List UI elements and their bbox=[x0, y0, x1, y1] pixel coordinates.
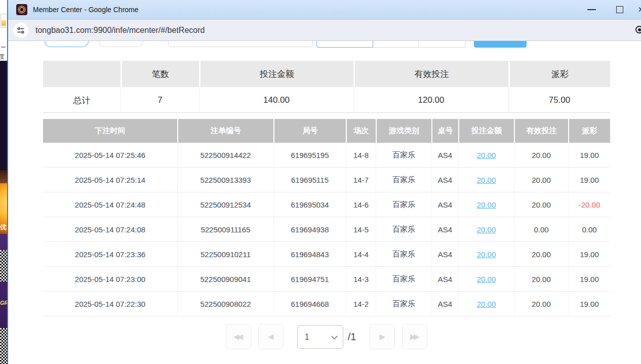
cell-round-no: 619695115 bbox=[273, 168, 346, 192]
summary-header-count: 笔数 bbox=[121, 61, 199, 88]
cell-valid-bet: 20.00 bbox=[514, 192, 568, 217]
table-row: 2025-05-14 07:22:30 522500908022 6196946… bbox=[43, 292, 610, 316]
cell-payout: 19.00 bbox=[568, 143, 610, 168]
cell-order-no: 522500909041 bbox=[177, 267, 273, 292]
next-page-button[interactable]: ▶ bbox=[370, 324, 395, 349]
summary-bet-amount-value: 140.00 bbox=[199, 88, 353, 113]
toolbar-button-2[interactable] bbox=[99, 41, 143, 47]
cell-session: 14-3 bbox=[346, 267, 376, 292]
toolbar-button-1[interactable] bbox=[45, 41, 89, 47]
bet-amount-link[interactable]: 20.00 bbox=[458, 168, 514, 192]
background-minimize-icon bbox=[1, 47, 6, 48]
cell-payout: 19.00 bbox=[568, 267, 610, 292]
cell-round-no: 619694751 bbox=[273, 267, 346, 292]
cell-order-no: 522500911165 bbox=[177, 217, 273, 242]
cell-round-no: 619694938 bbox=[273, 217, 346, 242]
cell-round-no: 619694668 bbox=[273, 292, 346, 316]
cell-session: 14-5 bbox=[346, 217, 376, 242]
cell-bet-time: 2025-05-14 07:24:48 bbox=[43, 192, 177, 217]
maximize-button[interactable] bbox=[606, 0, 634, 19]
page-total: /1 bbox=[348, 331, 356, 343]
bet-amount-link[interactable]: 20.00 bbox=[458, 292, 514, 316]
cell-bet-time: 2025-05-14 07:22:30 bbox=[43, 292, 177, 316]
summary-corner-cell bbox=[43, 61, 121, 88]
chrome-window: Member Center - Google Chrome ✕ tongbao3… bbox=[7, 0, 641, 364]
cell-table-no: AS4 bbox=[431, 292, 458, 316]
url-text[interactable]: tongbao31.com:9900/infe/mcenter/#/betRec… bbox=[35, 26, 205, 35]
cell-order-no: 522500912534 bbox=[177, 192, 273, 217]
background-text: 度 bbox=[0, 53, 5, 61]
toolbar-tab-3[interactable] bbox=[419, 41, 466, 48]
site-settings-icon[interactable] bbox=[13, 23, 28, 38]
cell-bet-time: 2025-05-14 07:23:00 bbox=[43, 267, 177, 292]
summary-count-value: 7 bbox=[121, 88, 199, 113]
page-select[interactable]: 1 bbox=[297, 325, 343, 349]
close-button[interactable]: ✕ bbox=[634, 0, 641, 19]
col-round-no: 局号 bbox=[273, 119, 346, 143]
background-image bbox=[0, 170, 7, 183]
cell-game-type: 百家乐 bbox=[376, 242, 431, 267]
pagination: ◀◀ ◀ 1 /1 ▶ ▶▶ bbox=[43, 324, 610, 349]
minimize-button[interactable] bbox=[577, 0, 606, 19]
toolbar-tab-1[interactable] bbox=[316, 41, 373, 48]
cell-payout: -20.00 bbox=[568, 192, 610, 217]
cell-session: 14-2 bbox=[346, 292, 376, 316]
summary-valid-bet-value: 120.00 bbox=[353, 88, 508, 113]
folder-icon bbox=[1, 14, 7, 28]
cell-session: 14-6 bbox=[346, 192, 376, 217]
table-row: 2025-05-14 07:23:00 522500909041 6196947… bbox=[43, 267, 610, 292]
toolbar-input[interactable] bbox=[168, 41, 313, 47]
cell-game-type: 百家乐 bbox=[376, 217, 431, 242]
cell-order-no: 522500913393 bbox=[177, 168, 273, 192]
summary-total-label: 总计 bbox=[43, 88, 121, 113]
cell-order-no: 522500908022 bbox=[177, 292, 273, 316]
toolbar-tab-2[interactable] bbox=[373, 41, 419, 48]
summary-header-payout: 派彩 bbox=[508, 61, 610, 88]
cell-game-type: 百家乐 bbox=[376, 168, 431, 192]
cell-game-type: 百家乐 bbox=[376, 267, 431, 292]
cell-payout: 19.00 bbox=[568, 242, 610, 267]
page-select-wrap: 1 bbox=[297, 325, 343, 349]
close-icon: ✕ bbox=[638, 5, 641, 14]
summary-total-row: 总计 7 140.00 120.00 75.00 bbox=[43, 88, 610, 113]
cell-valid-bet: 20.00 bbox=[514, 242, 568, 267]
cell-table-no: AS4 bbox=[431, 168, 458, 192]
cell-valid-bet: 20.00 bbox=[514, 267, 568, 292]
toolbar-search-button[interactable] bbox=[474, 41, 527, 48]
prev-page-button[interactable]: ◀ bbox=[258, 324, 284, 349]
table-row: 2025-05-14 07:24:48 522500912534 6196950… bbox=[43, 192, 610, 217]
window-controls: ✕ bbox=[577, 0, 641, 19]
bet-amount-link[interactable]: 20.00 bbox=[458, 267, 514, 292]
summary-header-valid-bet: 有效投注 bbox=[353, 61, 508, 88]
col-game-type: 游戏类别 bbox=[376, 119, 431, 143]
bet-amount-link[interactable]: 20.00 bbox=[458, 143, 514, 168]
cell-payout: 19.00 bbox=[568, 292, 610, 316]
double-arrow-left-icon: ◀◀ bbox=[233, 332, 243, 341]
cell-bet-time: 2025-05-14 07:24:08 bbox=[43, 217, 177, 242]
cell-game-type: 百家乐 bbox=[376, 292, 431, 316]
cell-bet-time: 2025-05-14 07:23:36 bbox=[43, 242, 177, 267]
address-bar: tongbao31.com:9900/infe/mcenter/#/betRec… bbox=[8, 20, 641, 41]
cell-round-no: 619694843 bbox=[273, 242, 346, 267]
cell-payout: 0.00 bbox=[568, 217, 610, 242]
arrow-left-icon: ◀ bbox=[268, 332, 274, 341]
bet-amount-link[interactable]: 20.00 bbox=[458, 217, 514, 242]
maximize-icon bbox=[616, 6, 623, 13]
record-icon[interactable] bbox=[635, 26, 641, 33]
background-window-strip: 度 优 GR bbox=[0, 0, 7, 364]
last-page-button[interactable]: ▶▶ bbox=[402, 324, 427, 349]
summary-table: 笔数 投注金额 有效投注 派彩 总计 7 140.00 120.00 75.00 bbox=[43, 61, 610, 113]
qr-code bbox=[0, 250, 7, 281]
cell-round-no: 619695195 bbox=[273, 143, 346, 168]
first-page-button[interactable]: ◀◀ bbox=[226, 324, 251, 349]
bet-amount-link[interactable]: 20.00 bbox=[458, 192, 514, 217]
title-bar: Member Center - Google Chrome ✕ bbox=[8, 0, 641, 20]
cell-payout: 19.00 bbox=[568, 168, 610, 192]
cell-game-type: 百家乐 bbox=[376, 192, 431, 217]
cell-round-no: 619695034 bbox=[273, 192, 346, 217]
cell-table-no: AS4 bbox=[431, 192, 458, 217]
background-gr-text: GR bbox=[0, 300, 7, 306]
bet-amount-link[interactable]: 20.00 bbox=[458, 242, 514, 267]
background-banner bbox=[0, 61, 7, 170]
cell-session: 14-7 bbox=[346, 168, 376, 192]
